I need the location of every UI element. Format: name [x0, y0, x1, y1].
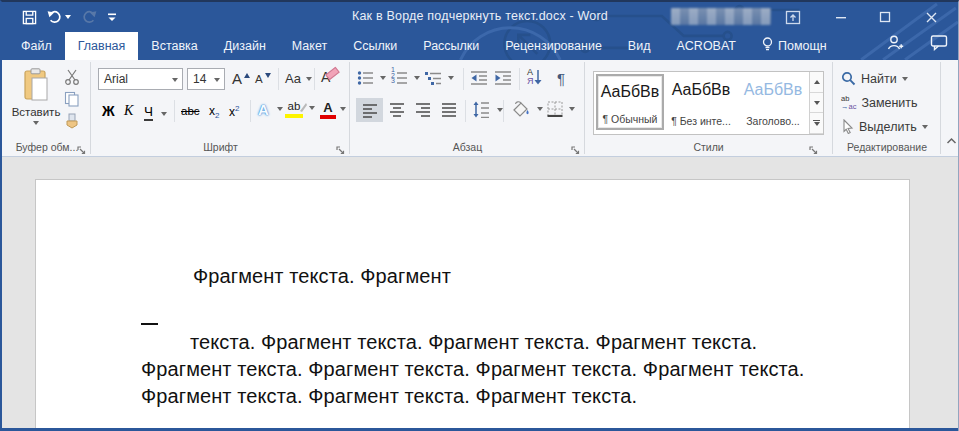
borders-dropdown-icon[interactable]: [569, 107, 575, 111]
share-person-icon[interactable]: [886, 34, 904, 56]
underline-button[interactable]: Ч: [144, 102, 167, 120]
shading-dropdown-icon[interactable]: [537, 107, 543, 111]
font-color-button[interactable]: А: [320, 101, 346, 119]
replace-button[interactable]: ab →ac Заменить: [841, 95, 918, 110]
tab-layout[interactable]: Макет: [279, 32, 340, 60]
numbering-dropdown-icon[interactable]: [414, 76, 420, 80]
multilevel-list-button[interactable]: [425, 70, 454, 90]
find-dropdown-icon[interactable]: [902, 77, 908, 81]
strikethrough-button[interactable]: abc: [181, 105, 200, 117]
document-text-line[interactable]: Фрагмент текста. Фрагмент: [193, 265, 451, 288]
tab-view[interactable]: Вид: [615, 32, 664, 60]
line-spacing-button[interactable]: [473, 101, 503, 122]
styles-scroll-up-icon[interactable]: [810, 72, 823, 93]
underlined-space-mark[interactable]: [141, 323, 158, 325]
title-and-tabs-header: Как в Ворде подчеркнуть текст.docx - Wor…: [2, 2, 958, 60]
numbering-button[interactable]: 1 2 3: [391, 70, 420, 90]
comment-icon[interactable]: [930, 34, 948, 56]
lightbulb-icon: [762, 37, 773, 55]
underline-dropdown-icon[interactable]: [161, 112, 167, 116]
clipboard-icon: [22, 68, 50, 102]
tab-tell-me[interactable]: Помощн: [749, 32, 840, 60]
multilevel-list-icon: [425, 70, 442, 86]
paste-button[interactable]: Вставить: [10, 68, 62, 144]
ribbon-display-options-icon[interactable]: [778, 6, 808, 28]
styles-more-icon[interactable]: [810, 113, 823, 134]
style-heading[interactable]: АаБбВв Заголово...: [737, 74, 809, 130]
font-size-combobox[interactable]: 14: [187, 68, 225, 90]
justify-button[interactable]: [441, 102, 457, 121]
maximize-button[interactable]: [870, 6, 900, 28]
cursor-arrow-icon: [841, 119, 854, 134]
highlight-color-bar: [285, 114, 303, 118]
tab-design[interactable]: Дизайн: [211, 32, 279, 60]
tab-file[interactable]: Файл: [8, 32, 65, 60]
word-window: Как в Ворде подчеркнуть текст.docx - Wor…: [0, 0, 959, 431]
font-dialog-launcher-icon[interactable]: [336, 142, 346, 152]
style-normal[interactable]: АаБбВв ¶ Обычный: [596, 74, 664, 130]
shrink-font-button[interactable]: A: [255, 73, 271, 85]
style-no-spacing[interactable]: АаБбВв ¶ Без инте...: [667, 74, 735, 130]
bullets-dropdown-icon[interactable]: [380, 76, 386, 80]
styles-dialog-launcher-icon[interactable]: [809, 142, 819, 152]
tab-mailings[interactable]: Рассылки: [410, 32, 492, 60]
paste-dropdown-icon[interactable]: [33, 121, 39, 125]
borders-button[interactable]: [547, 101, 575, 121]
group-paragraph: 1 2 3: [351, 60, 584, 156]
tab-home[interactable]: Главная: [65, 32, 139, 60]
find-button[interactable]: Найти: [841, 71, 908, 86]
highlight-button[interactable]: ab: [285, 101, 315, 118]
sort-button[interactable]: А Я: [527, 68, 542, 86]
clear-formatting-button[interactable]: A: [321, 69, 339, 85]
text-effects-dropdown-icon[interactable]: [277, 107, 283, 111]
sort-arrow-icon: [534, 69, 542, 85]
minimize-button[interactable]: [826, 6, 856, 28]
tab-references[interactable]: Ссылки: [340, 32, 410, 60]
align-right-button[interactable]: [415, 102, 431, 121]
decrease-indent-button[interactable]: [470, 70, 488, 90]
close-button[interactable]: [916, 6, 946, 28]
tab-review[interactable]: Рецензирование: [492, 32, 615, 60]
shrink-font-arrow-icon: [265, 73, 271, 78]
grow-font-button[interactable]: A: [232, 70, 250, 87]
line-spacing-icon: [473, 101, 490, 118]
document-page[interactable]: Фрагмент текста. Фрагмент текста. Фрагме…: [35, 179, 910, 431]
text-effects-button[interactable]: A: [258, 101, 283, 119]
bullets-button[interactable]: [357, 70, 386, 90]
styles-scroll-down-icon[interactable]: [810, 93, 823, 114]
align-center-button[interactable]: [389, 102, 405, 121]
document-text-line[interactable]: текста. Фрагмент текста. Фрагмент текста…: [190, 331, 757, 354]
select-dropdown-icon[interactable]: [922, 125, 928, 129]
highlight-dropdown-icon[interactable]: [309, 106, 315, 110]
shading-button[interactable]: [511, 100, 543, 122]
ribbon-tab-row: Файл Главная Вставка Дизайн Макет Ссылки…: [2, 32, 958, 60]
italic-button[interactable]: К: [124, 103, 133, 119]
bold-button[interactable]: Ж: [102, 103, 115, 119]
subscript-button[interactable]: x2: [209, 104, 219, 120]
align-left-button-active[interactable]: [356, 98, 383, 122]
font-color-dropdown-icon[interactable]: [340, 107, 346, 111]
borders-icon: [547, 101, 563, 117]
document-text-line[interactable]: Фрагмент текста. Фрагмент текста. Фрагме…: [141, 358, 805, 381]
font-color-bar: [320, 115, 336, 119]
tab-insert[interactable]: Вставка: [138, 32, 210, 60]
clipboard-dialog-launcher-icon[interactable]: [77, 142, 87, 152]
format-painter-icon[interactable]: [64, 113, 80, 133]
styles-gallery: АаБбВв ¶ Обычный АаБбВв ¶ Без инте... Аа…: [593, 71, 824, 135]
document-text-line[interactable]: Фрагмент текста. Фрагмент текста. Фрагме…: [141, 385, 637, 408]
show-paragraph-marks-button[interactable]: ¶: [557, 70, 565, 87]
select-button[interactable]: Выделить: [841, 119, 928, 134]
tab-acrobat[interactable]: ACROBAT: [663, 32, 749, 60]
collapse-ribbon-button[interactable]: [946, 131, 957, 149]
grow-font-arrow-icon: [244, 73, 250, 78]
multilevel-dropdown-icon[interactable]: [448, 76, 454, 80]
document-area[interactable]: Фрагмент текста. Фрагмент текста. Фрагме…: [2, 158, 958, 431]
tabrow-right-icons: [886, 34, 948, 56]
superscript-button[interactable]: x2: [229, 104, 239, 119]
paragraph-dialog-launcher-icon[interactable]: [571, 142, 581, 152]
copy-icon[interactable]: [64, 91, 80, 111]
change-case-button[interactable]: Aa: [285, 71, 312, 86]
cut-icon[interactable]: [64, 69, 80, 89]
font-name-combobox[interactable]: Arial: [98, 68, 183, 90]
increase-indent-button[interactable]: [494, 70, 512, 90]
